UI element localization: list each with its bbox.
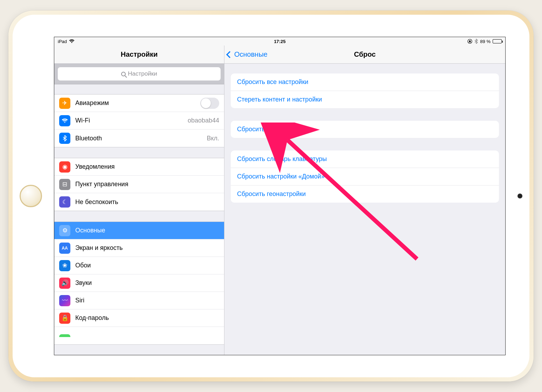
reset-network-settings-button[interactable]: Сбросить настройки сети (231, 121, 499, 138)
home-button[interactable] (20, 185, 42, 207)
reset-group-3: Сбросить словарь клавиатуры Сбросить нас… (231, 150, 499, 203)
sidebar-group-general: Основные Экран и яркость Обои (54, 222, 224, 345)
ipad-bezel: iPad 17:25 89 % Настройки (13, 15, 529, 377)
battery-icon (493, 39, 502, 43)
detail-title: Сброс (354, 50, 376, 58)
sidebar-item-label: Wi-Fi (75, 117, 188, 124)
wallpaper-icon (59, 260, 70, 271)
screen: iPad 17:25 89 % Настройки (54, 37, 506, 355)
search-icon (121, 72, 126, 76)
sidebar-group-notifications: Уведомления Пункт управления Не беспокои… (54, 158, 224, 211)
search-placeholder: Настройки (128, 70, 157, 77)
wifi-network-value: obaobab44 (188, 117, 219, 124)
sidebar-item-label: Siri (75, 297, 219, 304)
sidebar-item-passcode[interactable]: Код-пароль (54, 309, 224, 327)
reset-group-2: Сбросить настройки сети (231, 121, 499, 138)
sidebar-item-label: Bluetooth (75, 135, 207, 142)
partial-icon (59, 334, 70, 337)
bluetooth-settings-icon (59, 133, 70, 144)
sidebar-item-label: Уведомления (75, 163, 219, 170)
passcode-icon (59, 313, 70, 324)
sidebar-item-label: Обои (75, 262, 219, 269)
display-icon (59, 243, 70, 254)
chevron-left-icon (226, 51, 233, 58)
sidebar-item-control-center[interactable]: Пункт управления (54, 176, 224, 193)
reset-all-settings-button[interactable]: Сбросить все настройки (231, 74, 499, 91)
detail-scroll[interactable]: Сбросить все настройки Стереть контент и… (224, 64, 505, 355)
wifi-icon (69, 39, 75, 43)
device-label: iPad (58, 39, 67, 44)
sidebar-item-bluetooth[interactable]: Bluetooth Вкл. (54, 130, 224, 147)
bluetooth-icon (474, 39, 478, 44)
sidebar-item-label: Авиарежим (75, 99, 200, 107)
back-label: Основные (234, 50, 267, 58)
sidebar-item-next-partial[interactable] (54, 327, 224, 344)
wifi-settings-icon (59, 115, 70, 126)
control-center-icon (59, 179, 70, 190)
settings-sidebar: Настройки Настройки Авиарежим (54, 46, 224, 355)
sidebar-scroll[interactable]: Авиарежим Wi-Fi obaobab44 (54, 84, 224, 355)
back-button[interactable]: Основные (227, 46, 267, 63)
status-bar: iPad 17:25 89 % (54, 37, 505, 46)
status-time: 17:25 (274, 39, 285, 44)
front-camera (517, 194, 522, 198)
sidebar-item-label: Звуки (75, 279, 219, 287)
battery-percent: 89 % (480, 39, 491, 44)
reset-group-1: Сбросить все настройки Стереть контент и… (231, 74, 499, 108)
split-view: Настройки Настройки Авиарежим (54, 46, 505, 355)
reset-location-settings-button[interactable]: Сбросить геонастройки (231, 186, 499, 203)
sidebar-item-dnd[interactable]: Не беспокоить (54, 193, 224, 211)
sidebar-item-notifications[interactable]: Уведомления (54, 158, 224, 176)
sidebar-item-general[interactable]: Основные (54, 222, 224, 239)
detail-pane: Основные Сброс Сбросить все настройки Ст… (224, 46, 505, 355)
reset-home-layout-button[interactable]: Сбросить настройки «Домой» (231, 168, 499, 186)
sidebar-title: Настройки (121, 50, 158, 58)
reset-keyboard-dictionary-button[interactable]: Сбросить словарь клавиатуры (231, 150, 499, 168)
search-container: Настройки (54, 64, 224, 84)
airplane-icon (59, 98, 70, 109)
sounds-icon (59, 278, 70, 289)
ipad-device-frame: iPad 17:25 89 % Настройки (8, 10, 534, 382)
sidebar-item-siri[interactable]: Siri (54, 292, 224, 309)
search-input[interactable]: Настройки (58, 67, 221, 80)
sidebar-item-label: Основные (75, 227, 219, 234)
notifications-icon (59, 161, 70, 173)
sidebar-group-connectivity: Авиарежим Wi-Fi obaobab44 (54, 94, 224, 147)
dnd-icon (59, 196, 70, 208)
sidebar-item-label: Пункт управления (75, 181, 219, 188)
airplane-toggle[interactable] (200, 98, 219, 109)
sidebar-item-label: Не беспокоить (75, 198, 219, 206)
sidebar-item-display[interactable]: Экран и яркость (54, 239, 224, 257)
erase-all-content-button[interactable]: Стереть контент и настройки (231, 91, 499, 108)
sidebar-item-label: Экран и яркость (75, 244, 219, 252)
gear-icon (59, 225, 70, 236)
sidebar-item-wallpaper[interactable]: Обои (54, 257, 224, 274)
sidebar-item-wifi[interactable]: Wi-Fi obaobab44 (54, 112, 224, 130)
sidebar-nav: Настройки (54, 46, 224, 64)
sidebar-item-airplane[interactable]: Авиарежим (54, 94, 224, 112)
sidebar-item-label: Код-пароль (75, 314, 219, 322)
sidebar-item-sounds[interactable]: Звуки (54, 274, 224, 292)
detail-nav: Основные Сброс (224, 46, 505, 64)
bluetooth-value: Вкл. (207, 135, 219, 142)
siri-icon (59, 295, 70, 306)
orientation-lock-icon (467, 39, 472, 44)
